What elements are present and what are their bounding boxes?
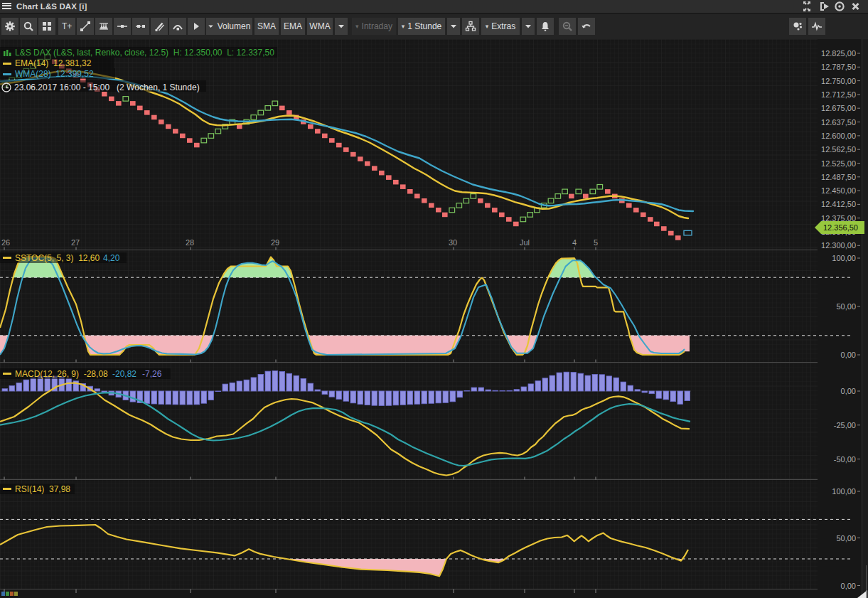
svg-text:MACD(12, 26, 9) -28,08: MACD(12, 26, 9) -28,08 (15, 369, 108, 379)
svg-text:30: 30 (449, 238, 457, 247)
svg-text:-50,00: -50,00 (834, 455, 856, 464)
svg-text:-25,00: -25,00 (834, 421, 856, 429)
svg-text:4,20: 4,20 (103, 253, 120, 263)
svg-text:50,00: 50,00 (836, 302, 856, 311)
svg-text:26: 26 (1, 238, 10, 247)
svg-text:SSTOC(5, 5, 3) 12,60: SSTOC(5, 5, 3) 12,60 (15, 253, 100, 263)
svg-text:28: 28 (186, 238, 194, 247)
svg-text:12.712,50: 12.712,50 (821, 90, 856, 99)
svg-text:12.787,50: 12.787,50 (821, 63, 856, 71)
svg-text:12.487,50: 12.487,50 (821, 173, 856, 181)
svg-text:L&S DAX (L&S, last, Renko, clo: L&S DAX (L&S, last, Renko, close, 12.5) … (15, 48, 274, 58)
svg-text:12.562,50: 12.562,50 (821, 145, 856, 154)
svg-text:-7,26: -7,26 (142, 369, 162, 379)
svg-text:4: 4 (572, 238, 577, 247)
svg-text:12.450,00: 12.450,00 (821, 186, 856, 195)
svg-text:100,00: 100,00 (832, 254, 856, 262)
svg-text:12.412,50: 12.412,50 (821, 200, 856, 208)
svg-text:0,00: 0,00 (841, 351, 856, 359)
svg-text:12.600,00: 12.600,00 (821, 132, 856, 140)
svg-text:WMA(28) 12.399,52: WMA(28) 12.399,52 (15, 69, 94, 79)
svg-text:EMA(14) 12.381,32: EMA(14) 12.381,32 (15, 58, 92, 68)
svg-text:12.675,00: 12.675,00 (821, 104, 856, 112)
svg-text:12.300,00: 12.300,00 (821, 241, 856, 250)
svg-text:RSI(14) 37,98: RSI(14) 37,98 (15, 484, 70, 494)
svg-text:50,00: 50,00 (836, 534, 856, 543)
svg-text:12.525,00: 12.525,00 (821, 159, 856, 168)
svg-text:12.356,50: 12.356,50 (823, 223, 858, 232)
svg-text:12.375,00: 12.375,00 (821, 214, 856, 223)
svg-text:5: 5 (594, 238, 598, 247)
svg-text:-20,82: -20,82 (112, 369, 136, 379)
svg-text:T+: T+ (62, 21, 72, 31)
svg-text:23.06.2017 16:00 - 15:00 (2: 23.06.2017 16:00 - 15:00 (2 Wochen, 1 St… (14, 82, 200, 92)
svg-text:0,00: 0,00 (841, 387, 856, 395)
svg-text:100,00: 100,00 (832, 487, 856, 496)
svg-text:0,00: 0,00 (841, 582, 856, 590)
svg-text:12.825,00: 12.825,00 (821, 49, 856, 58)
svg-text:29: 29 (271, 238, 279, 247)
svg-text:12.637,50: 12.637,50 (821, 118, 856, 127)
svg-text:27: 27 (71, 238, 80, 247)
svg-text:12.750,00: 12.750,00 (821, 77, 856, 85)
svg-text:Jul: Jul (520, 238, 530, 247)
